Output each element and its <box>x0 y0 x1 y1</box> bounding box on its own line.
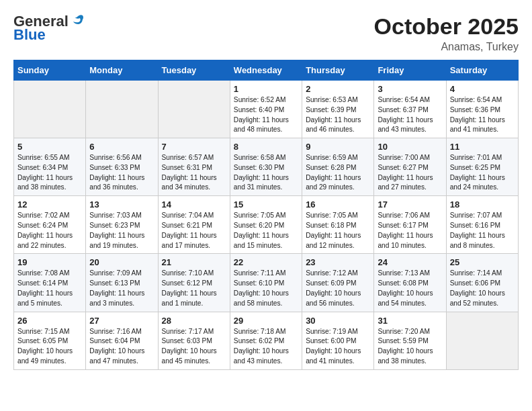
day-info: Sunrise: 6:54 AM Sunset: 6:37 PM Dayligh… <box>378 95 442 135</box>
table-row: 2Sunrise: 6:53 AM Sunset: 6:39 PM Daylig… <box>302 81 374 138</box>
header-friday: Friday <box>374 60 446 81</box>
day-info: Sunrise: 7:01 AM Sunset: 6:25 PM Dayligh… <box>450 153 515 193</box>
table-row: 6Sunrise: 6:56 AM Sunset: 6:33 PM Daylig… <box>86 138 158 196</box>
day-number: 18 <box>450 199 515 210</box>
calendar-week-row: 19Sunrise: 7:08 AM Sunset: 6:14 PM Dayli… <box>14 254 519 312</box>
table-row: 8Sunrise: 6:58 AM Sunset: 6:30 PM Daylig… <box>230 138 302 196</box>
day-number: 17 <box>378 199 442 210</box>
day-info: Sunrise: 6:54 AM Sunset: 6:36 PM Dayligh… <box>450 95 515 135</box>
day-number: 21 <box>162 257 226 267</box>
calendar-week-row: 1Sunrise: 6:52 AM Sunset: 6:40 PM Daylig… <box>14 81 519 138</box>
month-title: October 2025 <box>374 13 519 40</box>
table-row: 28Sunrise: 7:17 AM Sunset: 6:03 PM Dayli… <box>158 312 230 369</box>
day-info: Sunrise: 7:02 AM Sunset: 6:24 PM Dayligh… <box>17 211 82 250</box>
day-info: Sunrise: 7:06 AM Sunset: 6:17 PM Dayligh… <box>378 211 442 250</box>
day-info: Sunrise: 7:05 AM Sunset: 6:18 PM Dayligh… <box>306 211 370 250</box>
table-row: 31Sunrise: 7:20 AM Sunset: 5:59 PM Dayli… <box>374 312 446 369</box>
day-number: 8 <box>234 142 298 152</box>
day-number: 12 <box>17 199 82 210</box>
day-number: 24 <box>378 257 442 267</box>
day-number: 30 <box>306 316 370 326</box>
table-row: 26Sunrise: 7:15 AM Sunset: 6:05 PM Dayli… <box>14 312 86 369</box>
table-row: 7Sunrise: 6:57 AM Sunset: 6:31 PM Daylig… <box>158 138 230 196</box>
table-row: 30Sunrise: 7:19 AM Sunset: 6:00 PM Dayli… <box>302 312 374 369</box>
table-row: 1Sunrise: 6:52 AM Sunset: 6:40 PM Daylig… <box>230 81 302 138</box>
day-number: 9 <box>306 142 370 152</box>
calendar-header-row: Sunday Monday Tuesday Wednesday Thursday… <box>14 60 519 81</box>
day-number: 10 <box>378 142 442 152</box>
day-number: 25 <box>450 257 515 267</box>
table-row: 18Sunrise: 7:07 AM Sunset: 6:16 PM Dayli… <box>446 196 518 254</box>
day-info: Sunrise: 6:59 AM Sunset: 6:28 PM Dayligh… <box>306 153 370 193</box>
table-row: 19Sunrise: 7:08 AM Sunset: 6:14 PM Dayli… <box>14 254 86 312</box>
header-saturday: Saturday <box>446 60 518 81</box>
day-info: Sunrise: 7:13 AM Sunset: 6:08 PM Dayligh… <box>378 269 442 308</box>
day-info: Sunrise: 7:04 AM Sunset: 6:21 PM Dayligh… <box>162 211 226 250</box>
calendar-table: Sunday Monday Tuesday Wednesday Thursday… <box>13 60 519 370</box>
day-number: 31 <box>378 316 442 326</box>
day-number: 19 <box>17 257 82 267</box>
day-number: 15 <box>234 199 298 210</box>
table-row: 21Sunrise: 7:10 AM Sunset: 6:12 PM Dayli… <box>158 254 230 312</box>
calendar-week-row: 12Sunrise: 7:02 AM Sunset: 6:24 PM Dayli… <box>14 196 519 254</box>
day-number: 28 <box>162 316 226 326</box>
logo: General Blue <box>13 13 84 43</box>
table-row <box>86 81 158 138</box>
table-row: 16Sunrise: 7:05 AM Sunset: 6:18 PM Dayli… <box>302 196 374 254</box>
day-info: Sunrise: 7:17 AM Sunset: 6:03 PM Dayligh… <box>162 327 226 367</box>
day-number: 14 <box>162 199 226 210</box>
header-sunday: Sunday <box>14 60 86 81</box>
day-info: Sunrise: 7:12 AM Sunset: 6:09 PM Dayligh… <box>306 269 370 308</box>
day-info: Sunrise: 6:52 AM Sunset: 6:40 PM Dayligh… <box>234 95 298 135</box>
table-row: 5Sunrise: 6:55 AM Sunset: 6:34 PM Daylig… <box>14 138 86 196</box>
header-wednesday: Wednesday <box>230 60 302 81</box>
table-row: 11Sunrise: 7:01 AM Sunset: 6:25 PM Dayli… <box>446 138 518 196</box>
table-row: 22Sunrise: 7:11 AM Sunset: 6:10 PM Dayli… <box>230 254 302 312</box>
header-tuesday: Tuesday <box>158 60 230 81</box>
calendar-week-row: 26Sunrise: 7:15 AM Sunset: 6:05 PM Dayli… <box>14 312 519 369</box>
day-number: 26 <box>17 316 82 326</box>
table-row <box>158 81 230 138</box>
table-row: 24Sunrise: 7:13 AM Sunset: 6:08 PM Dayli… <box>374 254 446 312</box>
table-row: 15Sunrise: 7:05 AM Sunset: 6:20 PM Dayli… <box>230 196 302 254</box>
table-row <box>14 81 86 138</box>
day-number: 7 <box>162 142 226 152</box>
title-block: October 2025 Anamas, Turkey <box>374 13 519 53</box>
table-row: 27Sunrise: 7:16 AM Sunset: 6:04 PM Dayli… <box>86 312 158 369</box>
table-row: 14Sunrise: 7:04 AM Sunset: 6:21 PM Dayli… <box>158 196 230 254</box>
table-row: 12Sunrise: 7:02 AM Sunset: 6:24 PM Dayli… <box>14 196 86 254</box>
table-row: 9Sunrise: 6:59 AM Sunset: 6:28 PM Daylig… <box>302 138 374 196</box>
day-info: Sunrise: 7:10 AM Sunset: 6:12 PM Dayligh… <box>162 269 226 308</box>
day-number: 11 <box>450 142 515 152</box>
header-thursday: Thursday <box>302 60 374 81</box>
logo-blue: Blue <box>13 27 46 43</box>
header-monday: Monday <box>86 60 158 81</box>
day-info: Sunrise: 6:58 AM Sunset: 6:30 PM Dayligh… <box>234 153 298 193</box>
table-row: 13Sunrise: 7:03 AM Sunset: 6:23 PM Dayli… <box>86 196 158 254</box>
day-info: Sunrise: 7:09 AM Sunset: 6:13 PM Dayligh… <box>89 269 154 308</box>
table-row: 25Sunrise: 7:14 AM Sunset: 6:06 PM Dayli… <box>446 254 518 312</box>
day-info: Sunrise: 7:11 AM Sunset: 6:10 PM Dayligh… <box>234 269 298 308</box>
table-row: 29Sunrise: 7:18 AM Sunset: 6:02 PM Dayli… <box>230 312 302 369</box>
day-number: 4 <box>450 84 515 94</box>
table-row: 20Sunrise: 7:09 AM Sunset: 6:13 PM Dayli… <box>86 254 158 312</box>
day-number: 29 <box>234 316 298 326</box>
table-row: 23Sunrise: 7:12 AM Sunset: 6:09 PM Dayli… <box>302 254 374 312</box>
day-info: Sunrise: 7:14 AM Sunset: 6:06 PM Dayligh… <box>450 269 515 308</box>
day-info: Sunrise: 7:18 AM Sunset: 6:02 PM Dayligh… <box>234 327 298 367</box>
day-number: 6 <box>89 142 154 152</box>
day-number: 27 <box>89 316 154 326</box>
day-number: 23 <box>306 257 370 267</box>
day-info: Sunrise: 6:57 AM Sunset: 6:31 PM Dayligh… <box>162 153 226 193</box>
table-row: 4Sunrise: 6:54 AM Sunset: 6:36 PM Daylig… <box>446 81 518 138</box>
day-number: 20 <box>89 257 154 267</box>
day-info: Sunrise: 6:55 AM Sunset: 6:34 PM Dayligh… <box>17 153 82 193</box>
day-number: 1 <box>234 84 298 94</box>
table-row: 17Sunrise: 7:06 AM Sunset: 6:17 PM Dayli… <box>374 196 446 254</box>
day-number: 16 <box>306 199 370 210</box>
day-number: 2 <box>306 84 370 94</box>
logo-bird-icon <box>71 14 84 26</box>
day-info: Sunrise: 7:19 AM Sunset: 6:00 PM Dayligh… <box>306 327 370 367</box>
day-info: Sunrise: 6:56 AM Sunset: 6:33 PM Dayligh… <box>89 153 154 193</box>
table-row <box>446 312 518 369</box>
